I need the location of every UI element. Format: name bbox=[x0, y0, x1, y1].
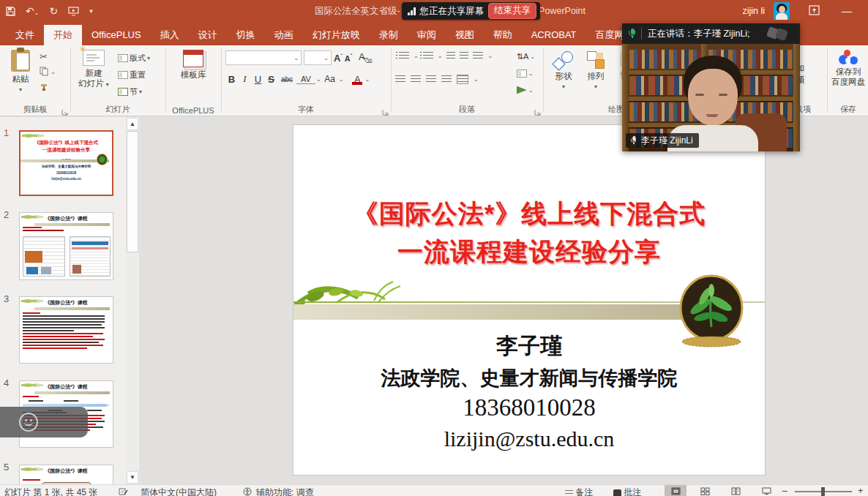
font-color-caret[interactable]: ⌄ bbox=[364, 76, 370, 83]
numbering-caret[interactable]: ⌄ bbox=[438, 53, 443, 59]
spellcheck-icon[interactable] bbox=[119, 486, 128, 496]
shapes-button[interactable]: 形状▾ bbox=[549, 47, 578, 104]
align-text-button[interactable]: ⌄ bbox=[515, 67, 537, 80]
reset-button[interactable]: 重置 bbox=[116, 68, 152, 81]
font-color-button[interactable]: A bbox=[351, 74, 364, 85]
cut-icon[interactable]: ✂ bbox=[40, 51, 48, 62]
align-right-icon[interactable] bbox=[426, 75, 436, 83]
tab-record[interactable]: 录制 bbox=[370, 25, 408, 45]
tab-officeplus[interactable]: OfficePLUS bbox=[82, 25, 151, 45]
slide-sorter-view-button[interactable] bbox=[694, 485, 716, 496]
accessibility-icon[interactable] bbox=[243, 486, 252, 496]
slide-email[interactable]: lizijin@zstu.edu.cn bbox=[293, 427, 765, 451]
clipboard-dialog-launcher[interactable] bbox=[61, 108, 68, 114]
tab-transitions[interactable]: 切换 bbox=[227, 25, 265, 45]
arrange-button[interactable]: 排列▾ bbox=[581, 47, 610, 104]
columns-caret[interactable]: ⌄ bbox=[474, 76, 479, 83]
zoom-out-button[interactable]: − bbox=[782, 485, 787, 496]
thumbnail-slide-2[interactable]: 《国际公法*》课程 bbox=[19, 212, 113, 280]
justify-icon[interactable] bbox=[441, 75, 452, 83]
minimize-button[interactable]: — bbox=[842, 5, 852, 17]
font-dialog-launcher[interactable] bbox=[382, 108, 389, 114]
tab-review[interactable]: 审阅 bbox=[408, 25, 446, 45]
text-direction-button[interactable]: ⇅A⌄ bbox=[515, 50, 537, 63]
normal-view-button[interactable] bbox=[665, 485, 686, 496]
italic-button[interactable]: I bbox=[239, 73, 251, 85]
tab-home[interactable]: 开始 bbox=[44, 25, 82, 45]
zoom-slider-handle[interactable] bbox=[821, 487, 825, 496]
accessibility-status[interactable]: 辅助功能: 调查 bbox=[256, 486, 314, 496]
thumbnail-slide-5[interactable]: 《国际公法*》课程 bbox=[19, 465, 113, 484]
comments-button[interactable]: 批注 bbox=[613, 486, 641, 496]
notes-button[interactable]: 备注 bbox=[565, 486, 593, 496]
character-spacing-caret[interactable]: ⌄ bbox=[316, 76, 321, 83]
save-to-baidu-button[interactable]: 保存到百度网盘 bbox=[828, 45, 868, 102]
language-status[interactable]: 简体中文(中国大陆) bbox=[141, 486, 217, 496]
meeting-reaction-toast[interactable] bbox=[0, 407, 88, 437]
zoom-in-button[interactable]: + bbox=[858, 485, 864, 496]
slide-title-line2[interactable]: 一流课程建设经验分享 bbox=[293, 235, 765, 269]
new-slide-button[interactable]: 新建幻灯片 ▾ bbox=[75, 45, 113, 102]
paragraph-dialog-launcher[interactable] bbox=[534, 108, 541, 114]
underline-button[interactable]: U bbox=[252, 74, 264, 85]
tab-animations[interactable]: 动画 bbox=[265, 25, 303, 45]
scroll-up-button[interactable]: ▲ bbox=[127, 118, 138, 130]
smiley-icon[interactable] bbox=[19, 413, 38, 432]
line-spacing-caret[interactable]: ⌄ bbox=[487, 53, 493, 59]
section-button[interactable]: 节▾ bbox=[116, 85, 152, 98]
increase-indent-icon[interactable] bbox=[460, 52, 468, 60]
reading-view-button[interactable] bbox=[725, 485, 747, 496]
font-size-combo[interactable]: ⌄ bbox=[304, 50, 332, 65]
bold-button[interactable]: B bbox=[225, 74, 238, 85]
format-painter-icon[interactable] bbox=[40, 83, 48, 94]
align-center-icon[interactable] bbox=[411, 75, 421, 83]
slide-canvas[interactable]: 《国际公法*》线上线下混合式 一流课程建设经验分享 bbox=[293, 124, 766, 476]
bullets-caret[interactable]: ⌄ bbox=[414, 53, 419, 59]
tab-slideshow[interactable]: 幻灯片放映 bbox=[303, 25, 370, 45]
thumbnail-slide-1[interactable]: 《国际公法*》线上线下混合式 一流课程建设经验分享 李子瑾 法政学院、史量才新闻… bbox=[19, 130, 113, 196]
slideshow-view-button[interactable] bbox=[755, 485, 777, 496]
ribbon-display-options-icon[interactable] bbox=[809, 5, 820, 18]
shadow-button[interactable]: S bbox=[265, 74, 277, 85]
line-spacing-icon[interactable] bbox=[473, 52, 483, 60]
tab-design[interactable]: 设计 bbox=[189, 25, 227, 45]
change-case-caret[interactable]: ⌄ bbox=[339, 76, 344, 83]
redo-icon[interactable]: ↻ bbox=[49, 6, 58, 16]
slideshow-icon[interactable] bbox=[68, 7, 79, 16]
scroll-down-button[interactable]: ▼ bbox=[127, 471, 138, 484]
copy-icon[interactable]: ⌄ bbox=[40, 67, 48, 78]
columns-icon[interactable] bbox=[457, 75, 468, 84]
font-name-combo[interactable]: ⌄ bbox=[225, 50, 302, 65]
tab-insert[interactable]: 插入 bbox=[151, 25, 189, 45]
align-left-icon[interactable] bbox=[395, 75, 405, 83]
scrollbar-thumb[interactable] bbox=[127, 131, 138, 252]
slide-author[interactable]: 李子瑾 bbox=[293, 331, 765, 361]
paste-button[interactable]: 粘贴▾ bbox=[6, 45, 35, 102]
shrink-font-icon[interactable]: Aˇ bbox=[345, 53, 352, 63]
strikethrough-button[interactable]: abc bbox=[278, 75, 296, 83]
save-icon[interactable] bbox=[6, 7, 15, 16]
change-case-button[interactable]: Aa bbox=[322, 74, 338, 84]
slide-phone[interactable]: 18368010028 bbox=[293, 394, 765, 421]
template-library-button[interactable]: 模板库 bbox=[176, 45, 211, 102]
end-share-button[interactable]: 结束共享 bbox=[488, 3, 536, 19]
meeting-video-overlay[interactable]: 正在讲话：李子瑾 ZijinLi; 李子瑾 ZijinLi bbox=[622, 23, 800, 151]
undo-icon[interactable]: ↶⌄ bbox=[26, 6, 39, 16]
zoom-slider[interactable] bbox=[795, 491, 852, 492]
smartart-button[interactable]: ⌄ bbox=[515, 83, 537, 97]
account-name[interactable]: zijin li bbox=[742, 6, 765, 16]
layout-button[interactable]: 版式▾ bbox=[116, 51, 152, 64]
customize-qat-icon[interactable]: ▾ bbox=[89, 8, 93, 15]
tab-help[interactable]: 帮助 bbox=[484, 25, 522, 45]
tab-view[interactable]: 视图 bbox=[446, 25, 484, 45]
numbering-icon[interactable] bbox=[423, 52, 433, 60]
tab-acrobat[interactable]: ACROBAT bbox=[522, 25, 586, 45]
tab-file[interactable]: 文件 bbox=[6, 25, 44, 45]
bullets-icon[interactable] bbox=[399, 52, 409, 60]
account-avatar[interactable] bbox=[774, 2, 790, 20]
grow-font-icon[interactable]: Aˆ bbox=[334, 53, 343, 64]
clear-formatting-icon[interactable]: A̶⌫ bbox=[359, 51, 373, 64]
slide-title-line1[interactable]: 《国际公法*》线上线下混合式 bbox=[293, 197, 765, 231]
slide-affiliation[interactable]: 法政学院、史量才新闻与传播学院 bbox=[293, 365, 765, 391]
thumbnail-slide-3[interactable]: 《国际公法*》课程 bbox=[19, 296, 113, 364]
